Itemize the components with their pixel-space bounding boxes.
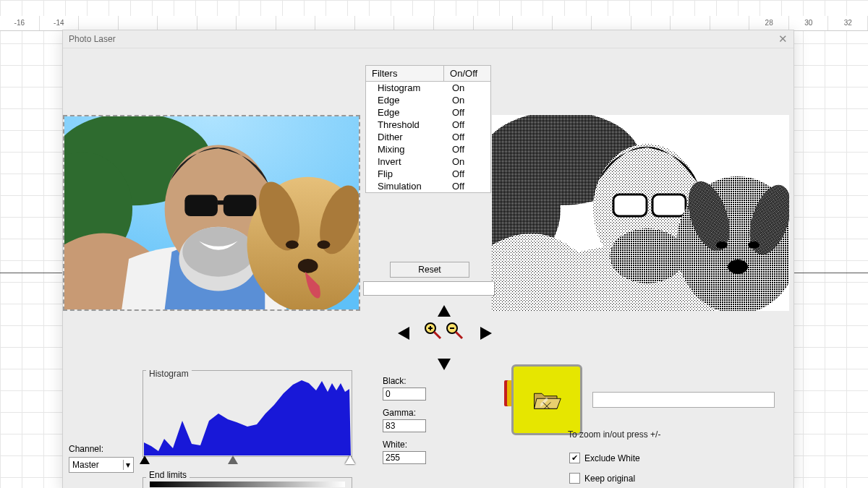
black-input[interactable] (383, 388, 426, 401)
zoom-in-icon[interactable] (423, 321, 442, 340)
svg-point-5 (182, 227, 254, 277)
chevron-down-icon: ▾ (123, 460, 130, 470)
ruler-tick: 32 (828, 16, 868, 30)
close-icon[interactable]: ✕ (778, 33, 788, 46)
filter-row[interactable]: SimulationOff (366, 180, 490, 192)
status-field (363, 281, 495, 296)
window-title: Photo Laser (69, 34, 116, 44)
exclude-white-label: Exclude White (584, 453, 640, 463)
filter-row[interactable]: InvertOn (366, 155, 490, 168)
filter-row[interactable]: EdgeOff (366, 106, 490, 119)
filter-state: Off (446, 168, 488, 180)
svg-line-36 (434, 332, 441, 338)
white-label: White: (383, 440, 469, 450)
filter-state: On (446, 155, 488, 168)
ruler-tick (315, 16, 355, 30)
svg-point-14 (298, 259, 318, 273)
filter-state: Off (446, 180, 488, 192)
svg-point-12 (286, 240, 299, 249)
filter-name: Mixing (366, 143, 446, 155)
filter-name: Edge (366, 94, 446, 106)
filter-row[interactable]: ThresholdOff (366, 119, 490, 131)
level-inputs: Black: Gamma: White: (383, 376, 469, 471)
ruler-tick: -16 (0, 16, 40, 30)
arrow-right-icon[interactable] (480, 327, 492, 340)
gamma-handle[interactable] (228, 455, 238, 464)
path-input[interactable] (592, 392, 775, 408)
filters-table[interactable]: Filters On/Off HistogramOn EdgeOn EdgeOf… (365, 65, 491, 193)
filter-state: Off (446, 143, 488, 155)
open-folder-button[interactable] (511, 364, 582, 435)
gamma-input[interactable] (383, 419, 426, 432)
filter-row[interactable]: FlipOff (366, 168, 490, 180)
svg-point-13 (318, 240, 331, 249)
white-input[interactable] (383, 451, 426, 464)
end-limits-label: End limits (146, 470, 190, 480)
end-limits-panel: End limits (142, 471, 352, 488)
ruler-tick (553, 16, 592, 30)
filter-row[interactable]: MixingOff (366, 143, 490, 155)
filter-name: Edge (366, 106, 446, 119)
filter-name: Simulation (366, 180, 446, 192)
filter-name: Threshold (366, 119, 446, 131)
filter-state: On (446, 94, 488, 106)
histogram-slider[interactable] (142, 455, 352, 467)
filter-state: On (446, 82, 488, 94)
black-label: Black: (383, 376, 469, 386)
filter-state: Off (446, 106, 488, 119)
checkbox-icon[interactable] (569, 473, 580, 484)
arrow-left-icon[interactable] (398, 327, 409, 340)
svg-point-33 (716, 241, 728, 249)
histogram-panel: Histogram (142, 370, 352, 457)
svg-point-28 (610, 228, 685, 283)
ruler-tick (119, 16, 158, 30)
channel-select[interactable]: Master ▾ (69, 457, 134, 473)
ruler-tick (513, 16, 553, 30)
ruler-tick (434, 16, 474, 30)
ruler-tick (710, 16, 750, 30)
filter-state: Off (446, 131, 488, 143)
filter-row[interactable]: DitherOff (366, 131, 490, 143)
exclude-white-option[interactable]: ✔ Exclude White (569, 453, 640, 463)
ruler-tick (276, 16, 316, 30)
channel-label: Channel: (69, 444, 103, 454)
folder-open-icon (532, 387, 562, 413)
ruler-horizontal: -16 -14 28 30 32 (0, 16, 868, 31)
ruler-tick: 28 (749, 16, 789, 30)
keep-original-option[interactable]: Keep original (569, 473, 635, 484)
svg-rect-27 (652, 194, 686, 216)
ruler-tick (671, 16, 710, 30)
zoom-out-icon[interactable] (445, 321, 464, 340)
titlebar[interactable]: Photo Laser ✕ (63, 30, 793, 48)
filter-name: Flip (366, 168, 446, 180)
ruler-tick (355, 16, 395, 30)
filter-row[interactable]: EdgeOn (366, 94, 490, 106)
processed-image-preview[interactable] (492, 115, 789, 311)
filter-name: Dither (366, 131, 446, 143)
filter-name: Invert (366, 155, 446, 168)
filter-state: Off (446, 119, 488, 131)
white-point-handle[interactable] (345, 455, 355, 464)
arrow-up-icon[interactable] (438, 305, 451, 317)
zoom-hint: To zoom in/out press +/- (568, 429, 660, 440)
keep-original-label: Keep original (584, 474, 635, 484)
ruler-tick (592, 16, 631, 30)
svg-rect-26 (613, 194, 647, 216)
svg-rect-6 (184, 194, 218, 216)
reset-button[interactable]: Reset (390, 262, 469, 278)
arrow-down-icon[interactable] (438, 359, 451, 370)
ruler-tick (237, 16, 276, 30)
ruler-tick (394, 16, 434, 30)
channel-value: Master (72, 460, 99, 470)
svg-rect-7 (224, 194, 257, 216)
svg-line-40 (456, 332, 462, 338)
black-point-handle[interactable] (140, 455, 150, 464)
checkbox-icon[interactable]: ✔ (569, 453, 580, 463)
filter-row[interactable]: HistogramOn (366, 82, 490, 94)
source-image-preview[interactable] (63, 115, 360, 311)
filters-header-state: On/Off (444, 66, 490, 81)
navigation-pad (373, 305, 517, 370)
ruler-tick (158, 16, 197, 30)
end-limits-gradient[interactable] (150, 481, 345, 487)
ruler-tick (631, 16, 671, 30)
